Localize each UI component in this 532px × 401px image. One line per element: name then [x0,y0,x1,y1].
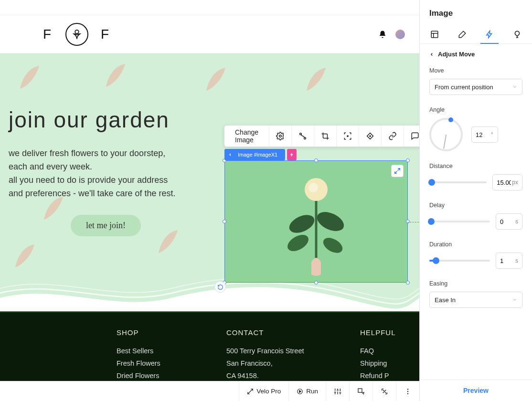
footer-contact-head: CONTACT [226,328,360,337]
distance-unit: px [511,179,522,186]
angle-dial[interactable] [429,118,463,151]
easing-label: Easing [429,280,522,287]
footer-link[interactable]: Dried Flowers [117,372,226,380]
footer-link[interactable]: Best Sellers [117,347,226,355]
hero-title: join our garden [9,109,214,131]
change-image-button[interactable]: Change Image [224,126,269,147]
logo-letter-left: F [43,27,53,42]
selected-image[interactable] [224,160,408,283]
editor-stage: F F join our garden [0,0,419,401]
image-toolbar: Change Image [224,125,419,147]
easing-select[interactable]: Ease In [429,292,522,308]
expand-icon[interactable] [391,165,404,177]
svg-point-9 [300,133,302,135]
path-icon[interactable] [292,126,314,147]
svg-point-8 [279,135,282,137]
undo-icon[interactable] [214,281,226,293]
cta-button[interactable]: let me join! [71,215,141,236]
duration-label: Duration [429,241,522,248]
hero-line: we deliver fresh flowers to your doorste… [9,147,214,160]
select-tool-icon[interactable] [349,381,372,401]
leaf-icon [10,235,48,273]
delay-label: Delay [429,202,522,209]
more-icon[interactable] [396,381,419,401]
selection-badge[interactable]: Image #imageX1 [224,149,297,160]
move-value: From current position [435,84,493,91]
animation-icon[interactable] [359,126,382,147]
leaf-icon [201,58,239,96]
leaf-icon [14,56,53,95]
footer-help-head: HELPFUL [360,328,396,337]
tab-design-icon[interactable] [457,25,468,43]
distance-slider[interactable] [429,181,487,183]
tab-help-icon[interactable] [512,25,522,43]
selection-badge-label: Image #imageX1 [234,150,281,159]
sliders-icon[interactable] [326,381,349,401]
logo-mark-icon [65,23,88,46]
leaf-icon [301,58,339,96]
wave-divider [0,279,419,311]
footer-link[interactable]: FAQ [360,347,396,355]
preview-button[interactable]: Preview [463,387,489,394]
svg-point-13 [370,136,371,137]
run-button[interactable]: Run [288,381,326,401]
distance-input[interactable]: px [492,174,522,190]
tab-layout-icon[interactable] [429,25,440,43]
chevron-down-icon [512,297,517,302]
angle-label: Angle [429,106,522,113]
duration-slider[interactable] [429,260,490,262]
footer-text: 500 Terry Francois Street [226,347,360,355]
bottom-toolbar: Velo Pro Run [0,381,419,401]
tab-animation-icon[interactable] [484,25,495,43]
footer-text: CA 94158. [226,372,360,380]
hero-line: and preferences - we'll take care of the… [9,187,214,200]
svg-rect-15 [358,389,362,392]
flower-image [268,167,364,276]
svg-point-0 [75,30,79,33]
avatar[interactable] [395,30,405,39]
svg-point-17 [407,390,408,391]
svg-rect-19 [431,31,438,38]
panel-tabs [420,25,532,44]
footer-shop-head: SHOP [117,328,226,337]
focus-icon[interactable] [337,126,359,147]
bell-icon[interactable] [378,30,387,39]
svg-point-7 [309,183,318,192]
velo-pro-button[interactable]: Velo Pro [239,381,288,401]
expand-tool-icon[interactable] [372,381,396,401]
hero-line: each and every week. [9,160,214,174]
duration-unit: s [514,257,522,264]
svg-point-11 [347,136,348,137]
delay-slider[interactable] [429,221,490,222]
velo-pro-label: Velo Pro [256,388,281,395]
panel-title: Image [420,0,532,25]
site-header: F F [0,15,419,53]
angle-input[interactable]: ° [471,127,498,143]
properties-panel: Image Adjust Move Move From current posi… [419,0,532,401]
crop-icon[interactable] [314,126,337,147]
hero-section: join our garden we deliver fresh flowers… [0,53,419,311]
settings-icon[interactable] [269,126,292,147]
hero-line: all you need to do is provide your addre… [9,174,214,187]
distance-label: Distance [429,163,522,169]
bolt-icon[interactable] [287,149,297,160]
duration-input[interactable]: s [496,253,522,269]
footer-link[interactable]: Refund P [360,372,396,380]
footer-link[interactable]: Shipping [360,359,396,367]
move-select[interactable]: From current position [429,79,522,95]
back-label: Adjust Move [438,51,475,58]
run-label: Run [306,388,318,395]
svg-point-18 [407,393,408,394]
back-button[interactable]: Adjust Move [429,51,522,58]
chevron-down-icon [512,84,517,89]
move-label: Move [429,67,522,74]
footer-link[interactable]: Fresh Flowers [117,359,226,367]
top-bar [0,0,419,15]
delay-input[interactable]: s [496,213,522,230]
easing-value: Ease In [435,296,456,304]
link-icon[interactable] [382,126,404,147]
svg-point-16 [407,389,408,390]
leaf-icon [100,54,138,93]
comment-icon[interactable] [404,126,419,147]
svg-point-10 [304,137,306,139]
